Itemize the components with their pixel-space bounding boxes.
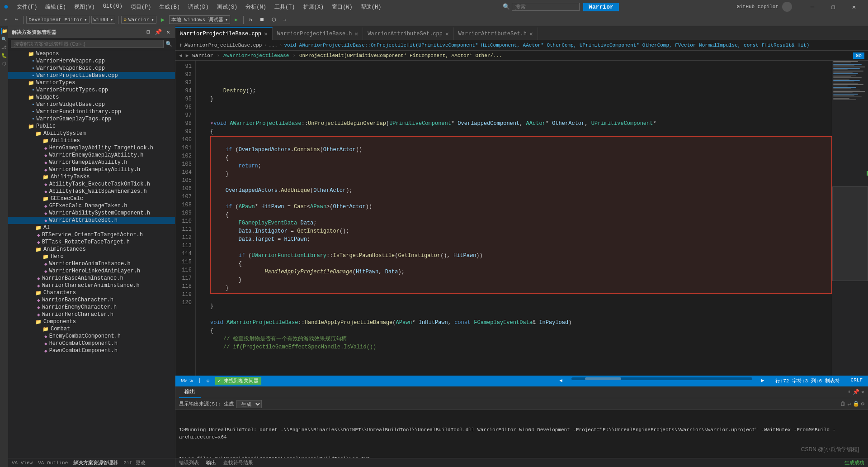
- close-tab-icon[interactable]: ✕: [529, 30, 533, 38]
- tree-item-hero-anim[interactable]: ◆ WarriorHeroAnimInstance.h: [8, 260, 175, 267]
- nav-left-icon[interactable]: ◀: [179, 52, 182, 58]
- debug-play[interactable]: ▶: [232, 16, 241, 24]
- output-content[interactable]: 1>Running UnrealBuildTool: dotnet .\\Eng…: [175, 410, 868, 458]
- tree-item-ge-exec-calc[interactable]: 📁 GEExecCalc: [8, 195, 175, 202]
- tree-item-anim-instances[interactable]: 📁 AnimInstances: [8, 246, 175, 253]
- tree-item-base-anim[interactable]: ◆ WarriorBaseAnimInstance.h: [8, 275, 175, 282]
- settings-icon[interactable]: ⚙: [861, 400, 864, 407]
- va-outline-tab[interactable]: VA Outline: [38, 460, 68, 466]
- nav-method[interactable]: OnProjectileHit(UPrimitiveComponent* Hit…: [299, 53, 502, 58]
- menu-view[interactable]: 视图(V): [71, 2, 99, 12]
- toolbar-redo[interactable]: ↪: [12, 16, 21, 24]
- bottom-tab-errors[interactable]: 错误列表: [179, 459, 199, 466]
- clear-output-icon[interactable]: 🗑: [840, 400, 846, 407]
- va-view-tab[interactable]: VA View: [12, 460, 33, 466]
- tree-item-hero-gameplay[interactable]: ◆ HeroGameplayAbility_TargetLock.h: [8, 144, 175, 152]
- tree-item-bt-task[interactable]: ◆ BTTask_RotateToFaceTarget.h: [8, 238, 175, 246]
- tree-item-struct-types[interactable]: • WarriorStructTypes.cpp: [8, 86, 175, 94]
- output-pin-icon[interactable]: 📌: [853, 389, 859, 396]
- run-button[interactable]: ▶: [158, 15, 167, 24]
- minimize-button[interactable]: —: [802, 0, 823, 14]
- menu-project[interactable]: 项目(P): [127, 2, 155, 12]
- tree-item-public[interactable]: 📁 Public: [8, 123, 175, 130]
- menu-build[interactable]: 生成(B): [156, 2, 184, 12]
- tree-item-weapons[interactable]: 📁 Weapons: [8, 50, 175, 57]
- zoom-level[interactable]: 90 %: [179, 378, 194, 383]
- debug-mode-dropdown[interactable]: 本地 Windows 调试器 ▾: [169, 15, 230, 24]
- tree-item-hero-folder[interactable]: 📁 Hero: [8, 253, 175, 260]
- output-source-select[interactable]: 生成: [236, 400, 262, 408]
- tree-item-enemy-char[interactable]: ◆ WarriorEnemyCharacter.h: [8, 304, 175, 311]
- sidebar-search-input[interactable]: [11, 40, 164, 48]
- breadcrumb-function[interactable]: void AWarriorProjectileBase::OnProjectil…: [284, 43, 810, 48]
- git-changes-tab[interactable]: Git 更改: [123, 459, 145, 466]
- toolbar-stop[interactable]: ⏹: [257, 16, 267, 24]
- tree-item-ability-system[interactable]: 📁 AbilitySystem: [8, 130, 175, 137]
- tree-item-ability-sys-comp[interactable]: ◆ WarriorAbilitySystemComponent.h: [8, 210, 175, 217]
- bottom-tab-output[interactable]: 输出: [206, 459, 216, 466]
- status-scroll-right[interactable]: ▶: [760, 377, 766, 384]
- tree-item-base-char[interactable]: ◆ WarriorBaseCharacter.h: [8, 296, 175, 304]
- activity-git[interactable]: ⎇: [1, 44, 7, 51]
- nav-warrior[interactable]: Warrior: [192, 53, 213, 58]
- word-wrap-icon[interactable]: ↵: [848, 400, 851, 407]
- tree-item-projectile-base-cpp[interactable]: • WarriorProjectileBase.cpp: [8, 72, 175, 79]
- output-expand-icon[interactable]: ⬆: [848, 389, 851, 396]
- tab-attribute-set-cpp[interactable]: WarriorAttributeSet.cpp ✕: [363, 27, 453, 40]
- menu-debug[interactable]: 调试(D): [184, 2, 212, 12]
- solution-explorer-tab[interactable]: 解决方案资源管理器: [73, 459, 118, 466]
- bottom-tab-find[interactable]: 查找符号结果: [223, 459, 253, 466]
- tree-item-enemy-combat[interactable]: ◆ EnemyCombatComponent.h: [8, 333, 175, 340]
- toolbar-breakpoints[interactable]: ⬡: [269, 16, 279, 24]
- tree-item-task-wait-spawn[interactable]: ◆ AbilityTask_WaitSpawnEnemies.h: [8, 188, 175, 195]
- editor-mode-dropdown[interactable]: Development Editor ▾: [26, 16, 89, 24]
- activity-explorer[interactable]: 📁: [1, 28, 7, 34]
- tree-item-gameplay-ability[interactable]: ◆ WarriorGameplayAbility.h: [8, 159, 175, 166]
- tab-projectile-base-cpp[interactable]: WarriorProjectileBase.cpp ✕: [175, 27, 273, 40]
- menu-extensions[interactable]: 扩展(X): [300, 2, 328, 12]
- menu-file[interactable]: 文件(F): [13, 2, 41, 12]
- tree-item-attribute-set[interactable]: ◆ WarriorAttributeSet.h: [8, 217, 175, 224]
- menu-edit[interactable]: 编辑(E): [42, 2, 70, 12]
- tree-item-hero-combat[interactable]: ◆ HeroCombatComponent.h: [8, 340, 175, 347]
- menu-test[interactable]: 测试(S): [213, 2, 241, 12]
- close-tab-icon[interactable]: ✕: [264, 30, 268, 38]
- tree-item-ai[interactable]: 📁 AI: [8, 224, 175, 231]
- tree-item-warrior-types[interactable]: 📁 WarriorTypes: [8, 79, 175, 86]
- code-content[interactable]: Destroy(); } ▾void AWarriorProjectileBas…: [196, 61, 832, 376]
- tree-item-bt-service[interactable]: ◆ BTService_OrientToTargetActor.h: [8, 231, 175, 238]
- output-close-icon[interactable]: ✕: [861, 389, 864, 396]
- tree-item-combat-folder[interactable]: 📁 Combat: [8, 325, 175, 333]
- nav-right-icon[interactable]: ▶: [186, 52, 189, 58]
- project-dropdown[interactable]: ⚙ Warrior ▾: [121, 16, 156, 24]
- lock-output-icon[interactable]: 🔒: [853, 400, 859, 407]
- tree-item-characters[interactable]: 📁 Characters: [8, 289, 175, 296]
- platform-dropdown[interactable]: Win64 ▾: [91, 16, 116, 24]
- menu-analyze[interactable]: 分析(N): [242, 2, 270, 12]
- close-button[interactable]: ✕: [844, 0, 864, 14]
- tab-attribute-set-h[interactable]: WarriorAttributeSet.h ✕: [454, 27, 538, 40]
- activity-extensions[interactable]: ⬡: [1, 61, 7, 67]
- activity-debug[interactable]: 🐛: [1, 52, 7, 59]
- nav-go-icon[interactable]: Go: [853, 52, 864, 59]
- tree-item-pawn-combat[interactable]: ◆ PawnCombatComponent.h: [8, 347, 175, 354]
- menu-window[interactable]: 窗口(W): [328, 2, 356, 12]
- toolbar-undo[interactable]: ↩: [2, 16, 10, 24]
- tree-item-function-lib[interactable]: • WarriorFunctionLibrary.cpp: [8, 108, 175, 115]
- sidebar-pin-icon[interactable]: 📌: [153, 28, 163, 36]
- close-tab-icon[interactable]: ✕: [445, 30, 449, 38]
- sidebar-close-icon[interactable]: ✕: [165, 28, 171, 36]
- tree-item-hero-linked-anim[interactable]: ◆ WarriorHeroLinkedAnimLayer.h: [8, 267, 175, 275]
- encoding-info[interactable]: CRLF: [849, 377, 864, 384]
- tab-projectile-base-h[interactable]: WarriorProjectileBase.h ✕: [273, 27, 363, 40]
- toolbar-refresh[interactable]: ↻: [246, 16, 255, 24]
- tree-item-hero-char[interactable]: ◆ WarriorHeroCharacter.h: [8, 311, 175, 318]
- tree-item-char-anim[interactable]: ◆ WarriorCharacterAnimInstance.h: [8, 282, 175, 289]
- tree-item-warrior-weapon-base[interactable]: • WarriorWeaponBase.cpp: [8, 65, 175, 72]
- activity-search[interactable]: 🔍: [1, 36, 7, 43]
- tree-item-hero-gameplay-ability[interactable]: ◆ WarriorHeroGameplayAbility.h: [8, 166, 175, 173]
- tree-item-gameplay-tags[interactable]: • WarriorGameplayTags.cpp: [8, 115, 175, 123]
- menu-git[interactable]: Git(G): [99, 2, 126, 12]
- close-tab-icon[interactable]: ✕: [355, 30, 359, 38]
- tree-item-widgets[interactable]: 📁 Widgets: [8, 94, 175, 101]
